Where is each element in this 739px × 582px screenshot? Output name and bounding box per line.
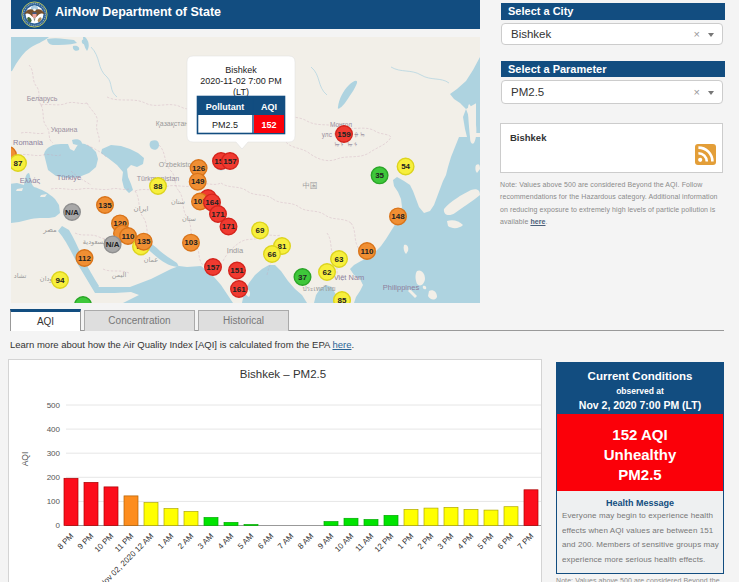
svg-text:PM2.5: PM2.5	[212, 120, 238, 130]
svg-text:112: 112	[78, 254, 91, 263]
svg-text:N/A: N/A	[106, 240, 120, 249]
svg-text:94: 94	[56, 276, 65, 285]
svg-text:88: 88	[154, 182, 163, 191]
svg-text:62: 62	[323, 268, 332, 277]
svg-text:157: 157	[223, 157, 237, 166]
svg-text:(LT): (LT)	[233, 87, 249, 97]
svg-text:ประเทศไทย: ประเทศไทย	[302, 285, 335, 292]
svg-text:110: 110	[122, 232, 135, 241]
svg-text:Ελλάς: Ελλάς	[20, 176, 41, 185]
svg-text:171: 171	[211, 210, 225, 219]
svg-text:Pollutant: Pollutant	[206, 102, 245, 112]
svg-text:Қазақстан: Қазақстан	[156, 120, 189, 128]
svg-text:500: 500	[47, 401, 61, 410]
svg-text:Bishkek – PM2.5: Bishkek – PM2.5	[240, 368, 326, 380]
svg-text:Việt Nam: Việt Nam	[334, 273, 365, 282]
svg-text:37: 37	[298, 273, 307, 282]
svg-text:Romania: Romania	[13, 138, 44, 147]
svg-text:87: 87	[14, 159, 23, 168]
svg-text:AQI: AQI	[261, 102, 277, 112]
svg-text:110: 110	[361, 247, 374, 256]
svg-text:ایران: ایران	[134, 205, 149, 213]
svg-text:ستان: ستان	[182, 215, 196, 222]
svg-text:135: 135	[137, 237, 151, 246]
svg-text:10: 10	[79, 301, 88, 303]
svg-text:Беларусь: Беларусь	[27, 95, 58, 103]
svg-text:54: 54	[401, 162, 410, 171]
svg-text:عمان: عمان	[144, 256, 159, 263]
svg-text:66: 66	[268, 250, 277, 259]
svg-text:0: 0	[56, 521, 61, 530]
svg-text:AQI: AQI	[20, 452, 30, 467]
svg-text:157: 157	[206, 263, 220, 272]
svg-text:149: 149	[191, 177, 205, 186]
svg-text:400: 400	[47, 425, 61, 434]
svg-text:161: 161	[232, 285, 246, 294]
svg-text:159: 159	[337, 130, 351, 139]
svg-text:126: 126	[192, 164, 206, 173]
svg-text:2020-11-02 7:00 PM: 2020-11-02 7:00 PM	[200, 76, 281, 86]
svg-text:63: 63	[335, 255, 344, 264]
svg-text:100: 100	[47, 497, 61, 506]
svg-text:Philippines: Philippines	[383, 283, 420, 292]
svg-text:Türkiye: Türkiye	[57, 173, 82, 182]
svg-text:تشاد: تشاد	[14, 272, 27, 279]
svg-text:200: 200	[47, 473, 61, 482]
svg-text:135: 135	[98, 201, 112, 210]
svg-text:India: India	[227, 246, 244, 255]
svg-text:اليمن: اليمن	[112, 271, 127, 279]
svg-text:152: 152	[261, 120, 276, 130]
svg-text:300: 300	[47, 449, 61, 458]
svg-text:35: 35	[375, 171, 384, 180]
svg-text:171: 171	[222, 222, 236, 231]
svg-text:Украина: Украина	[51, 126, 78, 134]
svg-text:ستان: ستان	[171, 198, 185, 205]
svg-text:69: 69	[256, 226, 265, 235]
svg-text:85: 85	[338, 296, 347, 303]
svg-text:中国: 中国	[303, 181, 318, 190]
svg-text:148: 148	[391, 212, 405, 221]
svg-text:N/A: N/A	[65, 208, 79, 217]
svg-text:103: 103	[184, 238, 198, 247]
svg-text:151: 151	[230, 266, 244, 275]
svg-text:مصر: مصر	[42, 226, 57, 234]
svg-text:Bishkek: Bishkek	[225, 65, 257, 75]
